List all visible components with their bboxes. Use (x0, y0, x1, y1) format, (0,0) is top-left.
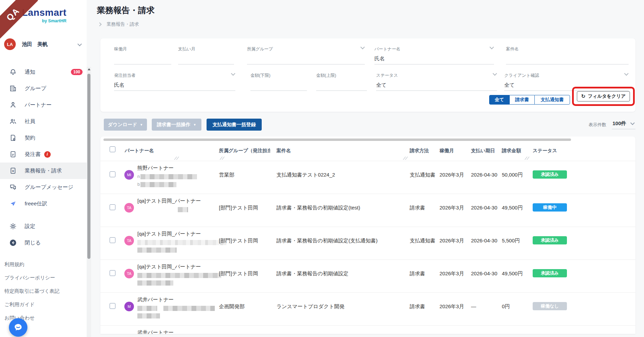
month-cell: 2026年3月 (439, 270, 464, 277)
tab-payment-notice[interactable]: 支払通知書 (534, 95, 570, 105)
row-checkbox[interactable] (110, 171, 115, 177)
link-privacy-policy[interactable]: プライバシーポリシー (4, 275, 60, 281)
sidebar-item-group-messages[interactable]: グループメッセージ (0, 179, 87, 195)
case-cell: 支払通知書テスト0224_2 (276, 172, 335, 178)
sidebar-item-label: 設定 (25, 223, 35, 230)
partner-name-select[interactable]: 氏名 (374, 53, 494, 64)
user-menu[interactable]: LA 池田 美帆 (0, 37, 87, 51)
payment-bulk-register-button[interactable]: 支払通知書一括登録 (207, 119, 262, 131)
sidebar-item-notifications[interactable]: 通知 100 (0, 64, 87, 80)
due-cell: 2026-04-30 (471, 270, 497, 276)
table-row[interactable]: TA [qa]テスト田岡_パートナー [部門]テスト田岡 請求書・業務報告の初期… (100, 194, 635, 227)
tab-all[interactable]: 全て (489, 95, 510, 105)
page-title: 業務報告・請求 (97, 5, 644, 16)
sidebar-item-partners[interactable]: パートナー (0, 97, 87, 113)
column-resize-handle[interactable] (174, 157, 179, 160)
sidebar-item-label: 業務報告・請求 (25, 167, 62, 174)
redacted-text (163, 306, 215, 311)
clear-filter-button[interactable]: ↻ フィルタをクリア (577, 91, 630, 101)
filter-status: ステータス 全て (376, 73, 497, 79)
row-checkbox[interactable] (110, 270, 115, 276)
group-select[interactable] (247, 53, 365, 64)
redacted-text (137, 273, 221, 278)
sidebar-item-collapse[interactable]: 閉じる (0, 234, 87, 251)
breadcrumb-item[interactable]: 業務報告・請求 (107, 21, 139, 27)
amount-cell: 0円 (502, 303, 510, 310)
chat-bubble-icon (13, 322, 23, 333)
month-cell: 2026年3月 (439, 238, 464, 244)
invoice-icon: ¥ (9, 167, 17, 175)
link-user-guide[interactable]: ご利用ガイド (4, 301, 60, 308)
amount-max-input[interactable] (316, 80, 367, 91)
contract-icon (9, 134, 17, 142)
sidebar-item-label: 発注書 (25, 151, 41, 158)
sidebar-item-purchase-orders[interactable]: 発注書 i (0, 146, 87, 163)
column-resize-handle[interactable] (524, 157, 529, 160)
display-count-select[interactable]: 100件 (612, 120, 635, 129)
method-cell: 支払通知書 (410, 238, 435, 244)
group-cell: [部門]テスト田岡 (219, 205, 258, 211)
sidebar-item-contracts[interactable]: 契約 (0, 130, 87, 146)
tab-invoice[interactable]: 請求書 (510, 95, 534, 105)
table-row[interactable]: TA [qa]テスト田岡_パートナー [部門]テスト田岡 請求書・業務報告の初期… (100, 260, 635, 292)
link-commercial-law[interactable]: 特定商取引に基づく表記 (4, 288, 60, 294)
scroll-up-arrow-icon[interactable] (88, 68, 90, 70)
filter-partner-name: パートナー名 氏名 (374, 46, 494, 52)
sidebar-item-groups[interactable]: グループ (0, 80, 87, 97)
sidebar: QA Lansmart by SmartHR LA 池田 美帆 通知 100 (0, 0, 87, 337)
amount-cell: 5,500円 (502, 238, 520, 244)
display-count-label: 表示件数 (589, 122, 606, 128)
horizontal-scrollbar[interactable] (103, 139, 571, 141)
filter-case-name: 案件名 (506, 46, 629, 52)
due-cell: 2026-04-30 (471, 205, 497, 210)
partner-name: 熊野パートナー (137, 165, 240, 171)
download-button[interactable]: ダウンロード ▼ (104, 119, 147, 131)
sidebar-item-label: freee仕訳 (25, 200, 47, 207)
sidebar-item-work-reports[interactable]: ¥ 業務報告・請求 (0, 163, 87, 179)
chat-launcher-button[interactable] (9, 318, 27, 337)
filter-panel: 稼働月 支払い月 所属グループ パートナー名 氏名 案件名 発注担当者 氏名 (100, 38, 635, 112)
results-table: パートナー名 所属グループ（発注担当） 案件名 請求方法 稼働月 支払い期日 請… (100, 136, 635, 334)
sidebar-item-employees[interactable]: 社員 (0, 113, 87, 130)
amount-min-input[interactable] (250, 80, 307, 91)
column-resize-handle[interactable] (403, 157, 408, 160)
redacted-text (137, 313, 160, 318)
row-checkbox[interactable] (110, 237, 115, 243)
working-month-input[interactable] (114, 53, 171, 64)
redacted-text (178, 207, 188, 212)
table-row[interactable]: M 武井パートナー 企画開発部 ランスマートプロダクト開発 請求書 2026年3… (100, 292, 635, 325)
case-name-input[interactable] (506, 53, 629, 64)
sidebar-item-freee-journal[interactable]: freee仕訳 (0, 195, 87, 212)
order-manager-select[interactable]: 氏名 (114, 80, 235, 91)
table-row[interactable]: TA [qa]テスト田岡_パートナー [部門]テスト田岡 請求書・業務報告の初期… (100, 227, 635, 260)
group-cell: 営業部 (219, 172, 234, 178)
chevron-right-icon (98, 22, 101, 26)
column-resize-handle[interactable] (220, 157, 224, 160)
redacted-text (137, 280, 173, 286)
partner-name: [qa]テスト田岡_パートナー (137, 231, 240, 237)
case-cell: 請求書・業務報告の初期値設定(支払通知書) (276, 238, 377, 244)
invoice-bulk-button[interactable]: 請求書一括操作 ▼ (152, 119, 201, 131)
table-toolbar: ダウンロード ▼ 請求書一括操作 ▼ 支払通知書一括登録 表示件数 100件 (104, 119, 635, 131)
method-cell: 請求書 (410, 303, 425, 310)
link-terms[interactable]: 利用規約 (4, 261, 60, 268)
collapse-icon (9, 239, 17, 247)
sidebar-item-settings[interactable]: 設定 (0, 218, 87, 234)
filter-amount-max: 金額(上限) (316, 73, 367, 79)
chevron-down-icon (630, 121, 635, 125)
status-select[interactable]: 全て (376, 80, 497, 91)
partner-name: 武井パートナー (137, 297, 240, 303)
partner-name: 武井パートナー (137, 329, 240, 334)
row-checkbox[interactable] (110, 204, 115, 210)
scrollbar-thumb[interactable] (87, 74, 90, 259)
table-row[interactable]: 武井パートナー (100, 325, 635, 334)
table-row[interactable]: MI 熊野パートナー n b 営業部 支払通知書テスト0224_2 支払通知書 … (100, 161, 635, 194)
row-checkbox[interactable] (110, 303, 115, 309)
sidebar-footer-links: 利用規約 プライバシーポリシー 特定商取引に基づく表記 ご利用ガイド お問い合わ… (4, 261, 60, 328)
method-cell: 支払通知書 (410, 172, 435, 178)
payment-month-input[interactable] (178, 53, 234, 64)
method-cell: 請求書 (410, 205, 425, 211)
select-all-checkbox[interactable] (110, 146, 115, 152)
filter-group: 所属グループ (247, 46, 365, 52)
sidebar-item-label: グループ (25, 85, 46, 92)
